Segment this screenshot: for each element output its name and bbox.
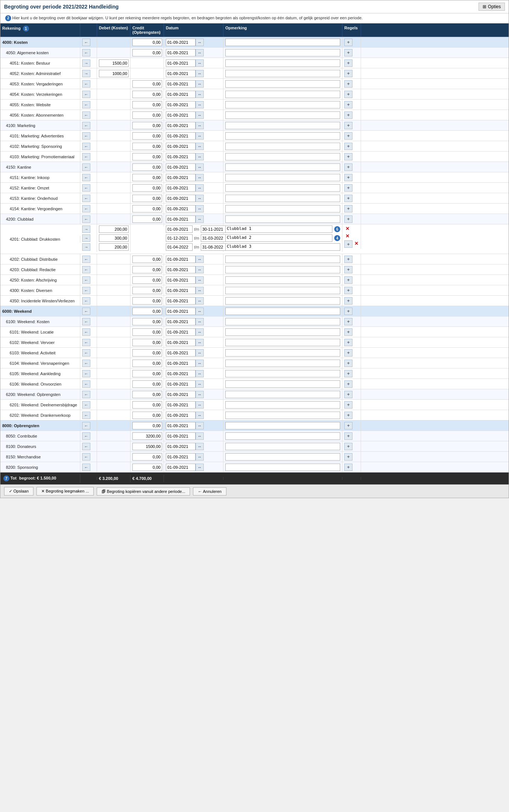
datum-input[interactable]: [166, 297, 196, 305]
regels-cell[interactable]: +: [342, 285, 361, 295]
datum-cell[interactable]: ↔: [164, 275, 223, 285]
dir-cell[interactable]: ←: [80, 110, 97, 120]
opmerking-input[interactable]: [225, 205, 340, 212]
opmerking-input[interactable]: [225, 443, 340, 450]
credit-input[interactable]: [132, 432, 162, 440]
opmerking-input[interactable]: [225, 464, 340, 471]
opmerking-input[interactable]: [225, 215, 340, 223]
dir-cell[interactable]: ←: [80, 400, 97, 410]
sync-btn[interactable]: ↔: [196, 205, 204, 212]
credit-cell[interactable]: [131, 452, 164, 462]
dir-cell[interactable]: ←: [80, 152, 97, 162]
sync-btn[interactable]: ↔: [196, 49, 204, 56]
regels-cell[interactable]: +: [342, 379, 361, 389]
sync-btn[interactable]: ↔: [196, 266, 204, 273]
add-regel-btn[interactable]: +: [344, 91, 352, 98]
datum-input[interactable]: [166, 174, 196, 181]
sync-btn[interactable]: ↔: [196, 297, 204, 305]
credit-cell[interactable]: [131, 254, 164, 264]
credit-input[interactable]: [132, 349, 162, 357]
credit-cell[interactable]: [131, 306, 164, 316]
datum-cell[interactable]: ↔: [164, 327, 223, 337]
regels-cell[interactable]: +: [342, 420, 361, 431]
dir-cell[interactable]: ←: [80, 327, 97, 337]
credit-cell[interactable]: [131, 131, 164, 141]
regels-cell[interactable]: +: [342, 254, 361, 264]
opmerking-input[interactable]: [225, 49, 340, 56]
dir-btn[interactable]: ←: [82, 174, 90, 181]
opmerking-cell[interactable]: [223, 285, 342, 295]
add-regel-btn[interactable]: +: [344, 432, 352, 440]
sync-btn[interactable]: ↔: [196, 122, 204, 129]
dir-cell[interactable]: ←: [80, 120, 97, 130]
regels-cell[interactable]: +: [342, 172, 361, 182]
regels-cell[interactable]: +: [342, 214, 361, 224]
regels-cell[interactable]: +: [342, 337, 361, 347]
regels-cell[interactable]: +: [342, 131, 361, 141]
datum-input[interactable]: [166, 422, 196, 429]
credit-cell[interactable]: [131, 316, 164, 327]
credit-cell[interactable]: [131, 379, 164, 389]
regels-cell[interactable]: +: [342, 389, 361, 399]
dir-btn[interactable]: ←: [82, 205, 90, 212]
datum-cell[interactable]: ↔: [164, 152, 223, 162]
credit-input[interactable]: [132, 391, 162, 398]
copy-button[interactable]: 🗐 Begroting kopiëren vanuit andere perio…: [97, 487, 190, 496]
datum-input[interactable]: [166, 360, 196, 367]
opmerking-input[interactable]: [225, 256, 340, 263]
dir-cell[interactable]: ←: [80, 204, 97, 214]
credit-input[interactable]: [132, 287, 162, 294]
add-regel-btn[interactable]: +: [344, 453, 352, 461]
credit-cell[interactable]: [131, 441, 164, 451]
datum-input[interactable]: [166, 59, 196, 67]
regels-cell[interactable]: +: [342, 348, 361, 358]
sync-btn[interactable]: ↔: [196, 132, 204, 140]
opmerking-input[interactable]: [225, 153, 340, 160]
credit-input[interactable]: [132, 215, 162, 223]
credit-input[interactable]: [132, 453, 162, 461]
regels-cell[interactable]: +: [342, 68, 361, 78]
add-regel-btn[interactable]: +: [344, 132, 352, 140]
sync-btn[interactable]: ↔: [196, 153, 204, 160]
opmerking-input[interactable]: [225, 80, 340, 88]
credit-input[interactable]: [132, 256, 162, 263]
dir-cell[interactable]: ←: [80, 431, 97, 441]
datum-cell[interactable]: ↔: [164, 172, 223, 182]
datum-input[interactable]: [166, 412, 196, 419]
opmerking-cell[interactable]: [223, 431, 342, 441]
regels-cell[interactable]: +: [342, 368, 361, 379]
credit-input[interactable]: [132, 266, 162, 273]
dir-btn[interactable]: →: [82, 70, 90, 77]
credit-cell[interactable]: [131, 120, 164, 130]
credit-input[interactable]: [132, 339, 162, 346]
sync-btn[interactable]: ↔: [196, 184, 204, 192]
sync-btn[interactable]: ↔: [196, 308, 204, 315]
datum-input[interactable]: [166, 401, 196, 409]
add-regel-btn[interactable]: +: [344, 349, 352, 357]
credit-input[interactable]: [132, 276, 162, 284]
regels-cell[interactable]: +: [342, 37, 361, 47]
opmerking-cell[interactable]: [223, 214, 342, 224]
sync-btn[interactable]: ↔: [196, 195, 204, 202]
dir-cell[interactable]: ←: [80, 337, 97, 347]
dir-btn[interactable]: ←: [82, 432, 90, 440]
options-button[interactable]: ⊞ Opties: [479, 3, 505, 11]
datum-input[interactable]: [166, 339, 196, 346]
credit-cell[interactable]: [131, 172, 164, 182]
sync-btn[interactable]: ↔: [196, 143, 204, 150]
dir-btn[interactable]: ←: [82, 195, 90, 202]
dir-btn[interactable]: ←: [82, 308, 90, 315]
datum-input[interactable]: [166, 391, 196, 398]
add-regel-btn[interactable]: +: [344, 276, 352, 284]
datum-cell[interactable]: ↔: [164, 389, 223, 399]
opmerking-input[interactable]: [225, 111, 340, 119]
regels-cell[interactable]: +: [342, 100, 361, 110]
dir-cell[interactable]: ←: [80, 89, 97, 99]
dir-btn[interactable]: ←: [82, 49, 90, 56]
datum-cell[interactable]: ↔: [164, 316, 223, 327]
credit-cell[interactable]: [131, 37, 164, 47]
datum-input[interactable]: [166, 91, 196, 98]
add-regel-btn[interactable]: +: [344, 59, 352, 67]
dir-btn[interactable]: ←: [82, 132, 90, 140]
credit-cell[interactable]: [131, 348, 164, 358]
